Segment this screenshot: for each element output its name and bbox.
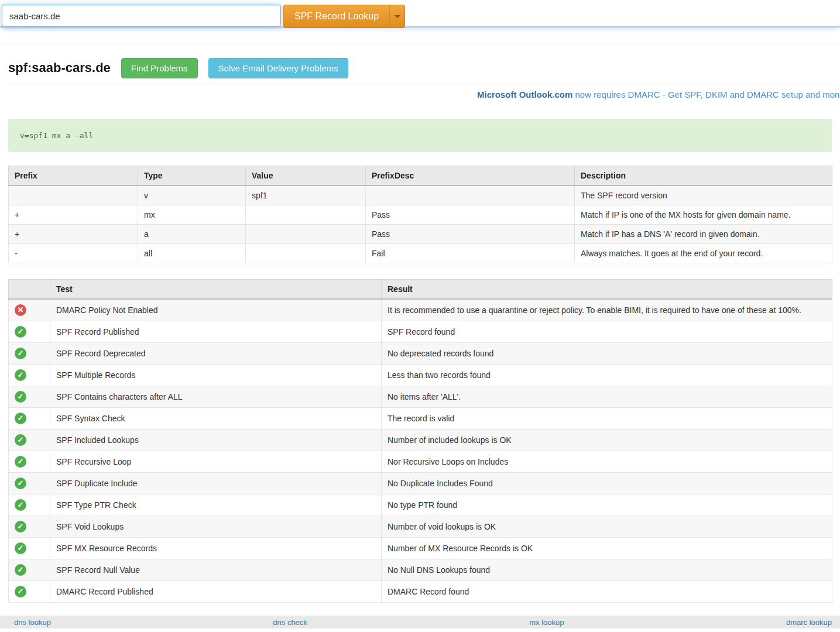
spf-table-row: vspf1The SPF record version (9, 186, 832, 205)
status-cell: ✓ (9, 516, 50, 538)
test-row: ✓SPF Record Null ValueNo Null DNS Lookup… (9, 559, 832, 581)
test-name-cell: DMARC Policy Not Enabled (50, 299, 382, 321)
spf-record-text: v=spf1 mx a -all (8, 119, 832, 152)
section-divider (8, 84, 832, 84)
pass-check-icon: ✓ (15, 391, 26, 403)
test-result-cell: Number of void lookups is OK (382, 516, 832, 538)
spf-cell-description: The SPF record version (575, 186, 832, 205)
spf-cell-description: Match if IP is one of the MX hosts for g… (575, 205, 832, 225)
test-result-cell: Number of MX Resource Records is OK (382, 538, 832, 559)
test-name-cell: SPF Multiple Records (50, 365, 382, 386)
test-result-cell: Nor Recursive Loops on Includes (382, 451, 832, 473)
test-row: ✓SPF MX Resource RecordsNumber of MX Res… (9, 538, 832, 559)
test-row: ✓SPF Type PTR CheckNo type PTR found (9, 494, 832, 516)
spf-cell-prefix_desc: Pass (366, 205, 575, 225)
test-name-cell: SPF Syntax Check (50, 408, 382, 430)
domain-input[interactable] (2, 5, 281, 27)
test-name-cell: DMARC Record Published (50, 581, 382, 603)
status-cell: ✓ (9, 494, 50, 516)
test-result-cell: SPF Record found (382, 321, 832, 343)
test-result-cell: No Null DNS Lookups found (382, 559, 832, 581)
spf-cell-type: v (138, 186, 246, 205)
spf-table-row: +aPassMatch if IP has a DNS 'A' record i… (9, 225, 832, 244)
column-header-type: Type (138, 166, 246, 186)
footer-links-bar: dns lookup dns check mx lookup dmarc loo… (0, 616, 840, 628)
spf-cell-type: all (138, 244, 246, 263)
spf-cell-prefix: + (9, 205, 138, 225)
test-row: ✓SPF Recursive LoopNor Recursive Loops o… (9, 451, 832, 473)
test-row: ✓SPF Duplicate IncludeNo Duplicate Inclu… (9, 473, 832, 494)
column-header-description: Description (575, 166, 832, 186)
dmarc-lookup-link[interactable]: dmarc lookup (786, 618, 832, 627)
test-row: ✓SPF Included LookupsNumber of included … (9, 430, 832, 451)
spf-table-body: vspf1The SPF record version+mxPassMatch … (9, 186, 832, 263)
test-row: ✓SPF Contains characters after ALLNo ite… (9, 386, 832, 408)
test-name-cell: SPF Void Lookups (50, 516, 382, 538)
pass-check-icon: ✓ (15, 586, 26, 597)
spf-table-header-row: Prefix Type Value PrefixDesc Description (9, 166, 832, 186)
status-cell: ✓ (9, 430, 50, 451)
tests-table: Test Result ✕DMARC Policy Not EnabledIt … (8, 279, 832, 603)
spf-cell-prefix: + (9, 225, 138, 244)
test-result-cell: DMARC Record found (382, 581, 832, 603)
column-header-value: Value (246, 166, 366, 186)
status-cell: ✓ (9, 321, 50, 343)
status-cell: ✓ (9, 386, 50, 408)
pass-check-icon: ✓ (15, 478, 26, 489)
tests-table-body: ✕DMARC Policy Not EnabledIt is recommend… (9, 299, 832, 603)
test-result-cell: It is recommended to use a quarantine or… (382, 299, 832, 321)
column-header-status (9, 280, 50, 300)
search-bar: SPF Record Lookup (0, 0, 840, 28)
test-result-cell: No Duplicate Includes Found (382, 473, 832, 494)
mx-lookup-link[interactable]: mx lookup (529, 618, 564, 627)
test-result-cell: No items after 'ALL'. (382, 386, 832, 408)
lookup-dropdown-toggle[interactable] (389, 5, 405, 28)
find-problems-button[interactable]: Find Problems (121, 58, 198, 78)
test-name-cell: SPF Type PTR Check (50, 494, 382, 516)
spf-cell-prefix_desc (366, 186, 575, 205)
test-row: ✓SPF Record PublishedSPF Record found (9, 321, 832, 343)
dns-check-link[interactable]: dns check (273, 618, 307, 627)
caret-down-icon (395, 15, 400, 18)
test-result-cell: Number of included lookups is OK (382, 430, 832, 451)
lookup-split-button: SPF Record Lookup (283, 5, 405, 28)
dns-lookup-link[interactable]: dns lookup (14, 618, 51, 627)
pass-check-icon: ✓ (15, 434, 26, 446)
status-cell: ✓ (9, 581, 50, 603)
test-row: ✕DMARC Policy Not EnabledIt is recommend… (9, 299, 832, 321)
test-result-cell: The record is valid (382, 408, 832, 430)
spf-table-row: +mxPassMatch if IP is one of the MX host… (9, 205, 832, 225)
spf-lookup-button[interactable]: SPF Record Lookup (283, 5, 389, 28)
column-header-test: Test (50, 280, 382, 300)
promo-banner: Microsoft Outlook.com now requires DMARC… (8, 90, 832, 101)
spf-cell-prefix_desc: Pass (366, 225, 575, 244)
promo-banner-rest: now requires DMARC - Get SPF, DKIM and D… (572, 90, 840, 99)
status-cell: ✓ (9, 365, 50, 386)
page-title: spf:saab-cars.de (8, 60, 111, 75)
spf-cell-type: mx (138, 205, 246, 225)
spf-cell-value (246, 225, 366, 244)
main-content: spf:saab-cars.de Find Problems Solve Ema… (0, 57, 840, 603)
status-cell: ✓ (9, 538, 50, 559)
tests-table-header-row: Test Result (9, 280, 832, 300)
status-cell: ✕ (9, 299, 50, 321)
status-cell: ✓ (9, 473, 50, 494)
pass-check-icon: ✓ (15, 499, 26, 511)
test-row: ✓SPF Multiple RecordsLess than two recor… (9, 365, 832, 386)
status-cell: ✓ (9, 343, 50, 365)
spf-cell-type: a (138, 225, 246, 244)
spf-cell-description: Always matches. It goes at the end of yo… (575, 244, 832, 263)
spf-table-row: -allFailAlways matches. It goes at the e… (9, 244, 832, 263)
promo-banner-link[interactable]: Microsoft Outlook.com now requires DMARC… (477, 90, 840, 99)
fail-x-icon: ✕ (15, 304, 26, 316)
test-name-cell: SPF MX Resource Records (50, 538, 382, 559)
reported-by-line: Reported by second-dns.netcup.net on 2/1… (0, 628, 840, 632)
solve-email-problems-button[interactable]: Solve Email Delivery Problems (208, 58, 348, 78)
test-name-cell: SPF Record Deprecated (50, 343, 382, 365)
pass-check-icon: ✓ (15, 456, 26, 468)
pass-check-icon: ✓ (15, 564, 26, 576)
test-row: ✓SPF Void LookupsNumber of void lookups … (9, 516, 832, 538)
status-cell: ✓ (9, 451, 50, 473)
pass-check-icon: ✓ (15, 521, 26, 533)
test-name-cell: SPF Recursive Loop (50, 451, 382, 473)
